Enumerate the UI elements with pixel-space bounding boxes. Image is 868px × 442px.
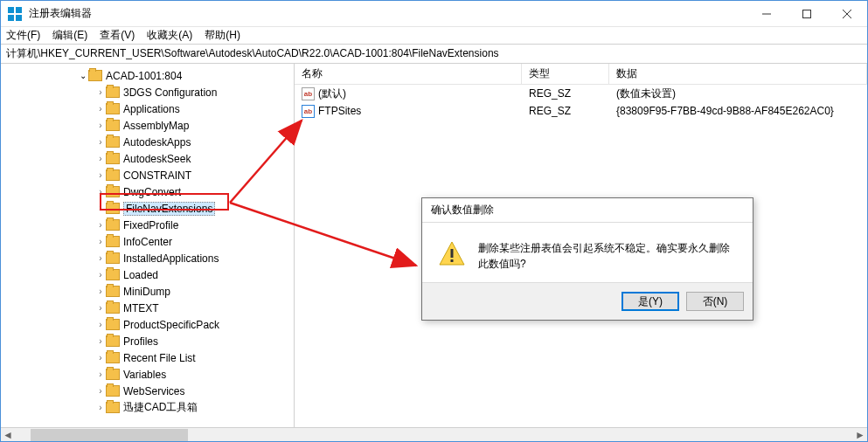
tree-item-label: FixedProfile xyxy=(123,219,178,231)
svg-rect-5 xyxy=(451,249,454,258)
tree-item[interactable]: ›Variables xyxy=(1,366,294,383)
tree-item[interactable]: ›3DGS Configuration xyxy=(1,84,294,100)
value-name: (默认) xyxy=(318,86,346,101)
tree-item-label: Profiles xyxy=(123,335,158,348)
folder-icon xyxy=(106,120,120,131)
tree-item[interactable]: ›迅捷CAD工具箱 xyxy=(1,399,294,416)
tree-item[interactable]: ›AutodeskApps xyxy=(1,134,294,150)
tree-item-label: AutodeskApps xyxy=(123,136,191,148)
folder-icon xyxy=(106,186,120,197)
list-row[interactable]: FTPSitesREG_SZ{83809F95-F7BB-49cd-9B88-A… xyxy=(295,102,867,120)
folder-icon xyxy=(106,335,120,347)
svg-rect-6 xyxy=(451,259,454,262)
col-header-name[interactable]: 名称 xyxy=(295,64,522,84)
tree-item[interactable]: ›FixedProfile xyxy=(1,217,294,233)
value-data: {83809F95-F7BB-49cd-9B88-AF845E262AC0} xyxy=(616,105,834,117)
folder-icon xyxy=(106,236,120,247)
tree-item[interactable]: ›CONSTRAINT xyxy=(1,167,294,183)
folder-icon xyxy=(106,302,120,314)
tree-item[interactable]: ›MiniDump xyxy=(1,283,294,300)
scroll-thumb[interactable] xyxy=(31,429,188,441)
dialog-title: 确认数值删除 xyxy=(422,198,753,223)
list-header: 名称 类型 数据 xyxy=(295,64,867,85)
menu-edit[interactable]: 编辑(E) xyxy=(52,28,87,43)
tree-item-label: InstalledApplications xyxy=(123,252,219,265)
dialog-no-button[interactable]: 否(N) xyxy=(686,292,744,311)
tree-item-label: MTEXT xyxy=(123,302,159,314)
tree-pane[interactable]: ⌄ACAD-1001:804›3DGS Configuration›Applic… xyxy=(1,64,295,427)
horizontal-scrollbar[interactable]: ◄ ► xyxy=(1,427,867,441)
folder-icon xyxy=(106,252,120,264)
tree-item[interactable]: ›Recent File List xyxy=(1,349,294,366)
value-data: (数值未设置) xyxy=(616,86,676,101)
tree-item-label: FileNavExtensions xyxy=(123,202,215,216)
col-header-data[interactable]: 数据 xyxy=(609,64,867,84)
menu-view[interactable]: 查看(V) xyxy=(100,28,135,43)
tree-item-parent[interactable]: ⌄ACAD-1001:804 xyxy=(1,67,294,84)
tree-item-label: DwgConvert xyxy=(123,186,181,198)
app-icon xyxy=(8,7,22,21)
tree-item[interactable]: ›Loaded xyxy=(1,266,294,283)
address-text: 计算机\HKEY_CURRENT_USER\Software\Autodesk\… xyxy=(6,46,499,61)
tree-item[interactable]: ›FileNavExtensions xyxy=(1,200,294,217)
folder-icon xyxy=(106,86,120,98)
value-name: FTPSites xyxy=(318,105,361,117)
tree-item-label: Loaded xyxy=(123,269,158,281)
tree-item-label: ProductSpecificPack xyxy=(123,319,219,331)
folder-icon xyxy=(88,70,102,81)
tree-item-label: AutodeskSeek xyxy=(123,153,191,165)
window-title: 注册表编辑器 xyxy=(29,6,746,21)
menu-file[interactable]: 文件(F) xyxy=(6,28,40,43)
tree-item-label: 迅捷CAD工具箱 xyxy=(123,400,198,415)
scroll-left-icon[interactable]: ◄ xyxy=(1,428,15,442)
folder-icon xyxy=(106,352,120,363)
tree-item[interactable]: ›AutodeskSeek xyxy=(1,150,294,167)
tree-item[interactable]: ›InstalledApplications xyxy=(1,250,294,266)
menu-favorites[interactable]: 收藏夹(A) xyxy=(147,28,192,43)
tree-item-label: InfoCenter xyxy=(123,236,172,248)
warning-icon xyxy=(438,240,466,265)
tree-item[interactable]: ›WebServices xyxy=(1,383,294,399)
tree-item-label: CONSTRAINT xyxy=(123,169,191,182)
folder-icon xyxy=(106,286,120,297)
confirm-dialog: 确认数值删除 删除某些注册表值会引起系统不稳定。确实要永久删除此数值吗? 是(Y… xyxy=(421,197,753,321)
scroll-right-icon[interactable]: ► xyxy=(853,428,867,442)
folder-icon xyxy=(106,169,120,181)
menu-help[interactable]: 帮助(H) xyxy=(205,28,240,43)
tree-item[interactable]: ›Profiles xyxy=(1,333,294,349)
tree-item[interactable]: ›DwgConvert xyxy=(1,183,294,200)
tree-item-label: Variables xyxy=(123,369,166,381)
tree-item[interactable]: ›AssemblyMap xyxy=(1,117,294,134)
tree-item-label: MiniDump xyxy=(123,286,170,298)
value-type: REG_SZ xyxy=(529,105,571,117)
string-value-icon xyxy=(302,87,315,100)
folder-icon xyxy=(106,385,120,397)
tree-item[interactable]: ›ProductSpecificPack xyxy=(1,316,294,333)
tree-item[interactable]: ›InfoCenter xyxy=(1,233,294,250)
maximize-button[interactable] xyxy=(787,1,827,27)
close-button[interactable] xyxy=(827,1,867,27)
svg-rect-1 xyxy=(803,10,811,17)
tree-item-label: Applications xyxy=(123,103,180,115)
list-row[interactable]: (默认)REG_SZ(数值未设置) xyxy=(295,85,867,102)
dialog-message: 删除某些注册表值会引起系统不稳定。确实要永久删除此数值吗? xyxy=(478,240,737,272)
folder-icon xyxy=(106,319,120,330)
tree-item[interactable]: ›MTEXT xyxy=(1,300,294,316)
folder-icon xyxy=(106,153,120,164)
folder-icon xyxy=(106,136,120,148)
tree-item[interactable]: ›Applications xyxy=(1,100,294,117)
folder-icon xyxy=(106,219,120,231)
folder-icon xyxy=(106,269,120,280)
minimize-button[interactable] xyxy=(746,1,787,27)
folder-icon xyxy=(106,203,120,214)
string-value-icon xyxy=(302,105,315,118)
folder-icon xyxy=(106,103,120,114)
tree-item-label: Recent File List xyxy=(123,352,196,364)
tree-item-label: WebServices xyxy=(123,385,184,397)
titlebar: 注册表编辑器 xyxy=(1,1,867,27)
address-bar[interactable]: 计算机\HKEY_CURRENT_USER\Software\Autodesk\… xyxy=(1,45,867,64)
tree-item-label: ACAD-1001:804 xyxy=(106,70,182,82)
col-header-type[interactable]: 类型 xyxy=(522,64,609,84)
dialog-yes-button[interactable]: 是(Y) xyxy=(621,292,679,311)
tree-item-label: AssemblyMap xyxy=(123,120,189,132)
